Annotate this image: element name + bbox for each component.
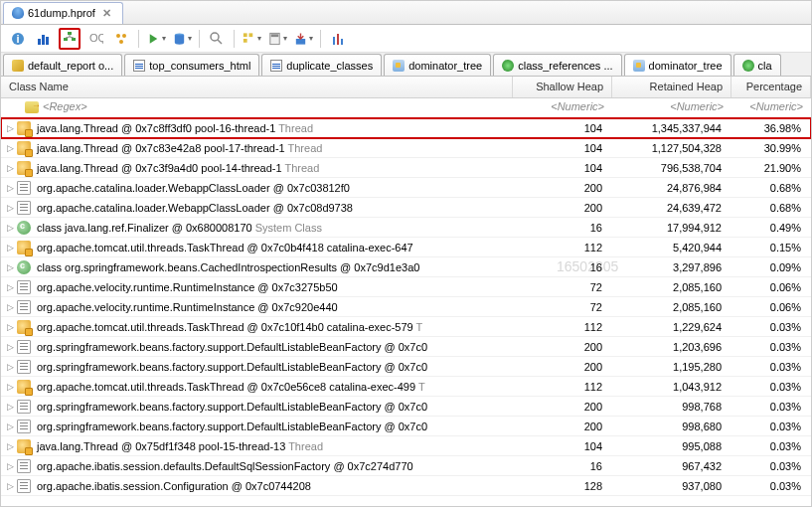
group-by-button[interactable]: ▾ (241, 28, 262, 50)
filter-retained[interactable]: <Numeric> (612, 98, 731, 117)
table-row[interactable]: ▷class java.lang.ref.Finalizer @ 0x68000… (1, 218, 811, 238)
cell-shallow: 16 (513, 261, 612, 273)
cell-shallow: 112 (513, 321, 612, 333)
tree-icon (393, 60, 405, 72)
heap-dump-icon (12, 7, 24, 19)
obj-icon (17, 201, 31, 215)
table-row[interactable]: ▷java.lang.Thread @ 0x75df1f348 pool-15-… (1, 436, 811, 456)
table-row[interactable]: ▷org.apache.catalina.loader.WebappClassL… (1, 178, 811, 198)
query-browser-button[interactable]: ▾ (171, 28, 193, 50)
expand-icon[interactable]: ▷ (1, 461, 13, 471)
expand-icon[interactable]: ▷ (1, 402, 13, 412)
run-report-button[interactable]: ▾ (145, 28, 167, 50)
expand-icon[interactable]: ▷ (1, 163, 13, 173)
table-row[interactable]: ▷org.apache.ibatis.session.defaults.Defa… (1, 456, 811, 476)
filter-regex[interactable]: <Regex> (1, 98, 513, 117)
table-row[interactable]: ▷org.apache.velocity.runtime.RuntimeInst… (1, 277, 811, 297)
table-row[interactable]: ▷org.springframework.beans.factory.suppo… (1, 337, 811, 357)
expand-icon[interactable]: ▷ (1, 183, 13, 193)
sub-tab-label: top_consumers_html (149, 60, 250, 72)
table-row[interactable]: ▷org.springframework.beans.factory.suppo… (1, 357, 811, 377)
expand-icon[interactable]: ▷ (1, 362, 13, 372)
expand-icon[interactable]: ▷ (1, 302, 13, 312)
obj-icon (17, 340, 31, 354)
html-icon (270, 60, 282, 72)
info-button[interactable]: i (7, 28, 29, 50)
close-icon[interactable]: ✕ (99, 7, 114, 20)
expand-icon[interactable]: ▷ (1, 262, 13, 272)
header-percentage[interactable]: Percentage (731, 77, 811, 97)
header-retained[interactable]: Retained Heap (612, 77, 731, 97)
table-row[interactable]: ▷org.apache.tomcat.util.threads.TaskThre… (1, 238, 811, 257)
cell-retained: 1,229,624 (612, 321, 731, 333)
sub-tab-dominator_tree[interactable]: dominator_tree (624, 54, 731, 76)
table-row[interactable]: ▷org.apache.tomcat.util.threads.TaskThre… (1, 317, 811, 337)
regex-icon (25, 101, 39, 113)
cell-shallow: 200 (513, 401, 612, 413)
expand-icon[interactable]: ▷ (1, 441, 13, 451)
cell-percentage: 0.03% (731, 401, 811, 413)
calculate-button[interactable]: ▾ (266, 28, 288, 50)
table-row[interactable]: ▷org.apache.tomcat.util.threads.TaskThre… (1, 377, 811, 397)
cell-shallow: 128 (513, 480, 612, 492)
histogram-button[interactable] (33, 28, 55, 50)
sub-tab-default_reporto[interactable]: default_report o... (3, 54, 122, 76)
svg-rect-15 (249, 33, 253, 37)
filter-pct[interactable]: <Numeric> (731, 98, 811, 117)
obj-icon (17, 300, 31, 314)
html-icon (133, 60, 145, 72)
table-row[interactable]: ▷java.lang.Thread @ 0x7c8ff3df0 pool-16-… (1, 118, 811, 138)
oql-button[interactable]: OQL (84, 28, 106, 50)
sub-tab-dominator_tree[interactable]: dominator_tree (384, 54, 491, 76)
table-row[interactable]: ▷org.apache.velocity.runtime.RuntimeInst… (1, 297, 811, 317)
cell-percentage: 0.06% (731, 301, 811, 313)
header-classname[interactable]: Class Name (1, 77, 513, 97)
expand-icon[interactable]: ▷ (1, 282, 13, 292)
sub-tab-cla[interactable]: cla (733, 54, 781, 76)
expand-icon[interactable]: ▷ (1, 223, 13, 233)
filter-shallow[interactable]: <Numeric> (513, 98, 612, 117)
expand-icon[interactable]: ▷ (1, 243, 13, 253)
expand-icon[interactable]: ▷ (1, 382, 13, 392)
table-row[interactable]: ▷org.springframework.beans.factory.suppo… (1, 397, 811, 417)
table-row[interactable]: ▷java.lang.Thread @ 0x7c83e42a8 pool-17-… (1, 138, 811, 158)
cell-shallow: 200 (513, 421, 612, 432)
cell-retained: 1,127,504,328 (612, 142, 731, 154)
cell-classname: java.lang.Thread @ 0x7c8ff3df0 pool-16-t… (35, 122, 513, 134)
expand-icon[interactable]: ▷ (1, 203, 13, 213)
sub-tab-class_references[interactable]: class_references ... (493, 54, 621, 76)
expand-icon[interactable]: ▷ (1, 143, 13, 153)
table-row[interactable]: ▷org.springframework.beans.factory.suppo… (1, 417, 811, 436)
cell-classname: org.springframework.beans.factory.suppor… (35, 421, 513, 432)
cell-retained: 5,420,944 (612, 242, 731, 254)
cell-classname: org.apache.velocity.runtime.RuntimeInsta… (35, 301, 513, 313)
expand-icon[interactable]: ▷ (1, 342, 13, 352)
file-tab[interactable]: 61dump.hprof ✕ (3, 2, 123, 24)
expand-icon[interactable]: ▷ (1, 322, 13, 332)
dominator-tree-button[interactable] (59, 28, 81, 50)
cell-percentage: 0.03% (731, 460, 811, 472)
svg-rect-5 (68, 32, 72, 35)
svg-rect-16 (244, 39, 247, 43)
export-button[interactable]: ▾ (292, 28, 314, 50)
header-shallow[interactable]: Shallow Heap (513, 77, 612, 97)
find-button[interactable] (206, 28, 228, 50)
table-row[interactable]: ▷org.apache.ibatis.session.Configuration… (1, 476, 811, 496)
expand-icon[interactable]: ▷ (1, 481, 13, 491)
table-row[interactable]: ▷java.lang.Thread @ 0x7c3f9a4d0 pool-14-… (1, 158, 811, 178)
expand-icon[interactable]: ▷ (1, 422, 13, 431)
expand-icon[interactable]: ▷ (1, 123, 13, 133)
cell-percentage: 30.99% (731, 142, 811, 154)
thread-overview-button[interactable] (110, 28, 132, 50)
compare-button[interactable] (327, 28, 349, 50)
table-row[interactable]: ▷org.apache.catalina.loader.WebappClassL… (1, 198, 811, 218)
cell-retained: 1,203,696 (612, 341, 731, 353)
table-row[interactable]: ▷class org.springframework.beans.CachedI… (1, 257, 811, 277)
cell-shallow: 104 (513, 440, 612, 452)
green-icon (502, 60, 514, 72)
sub-tab-duplicate_classes[interactable]: duplicate_classes (261, 54, 382, 76)
cell-classname: org.apache.tomcat.util.threads.TaskThrea… (35, 381, 513, 393)
sub-tab-top_consumers_html[interactable]: top_consumers_html (124, 54, 259, 76)
svg-rect-2 (38, 39, 41, 45)
cell-shallow: 112 (513, 381, 612, 393)
